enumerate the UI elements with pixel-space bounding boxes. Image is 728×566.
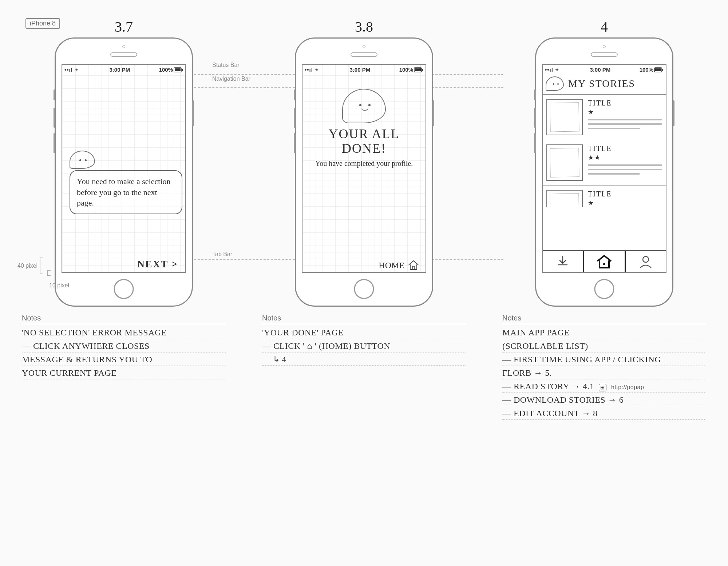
page-header: MY STORIES — [543, 75, 666, 95]
florb-avatar-icon[interactable] — [546, 76, 564, 91]
story-thumbnail — [546, 99, 583, 135]
guide-status-bar: Status Bar — [212, 62, 240, 68]
phone-frame: ••ıl ᯤ 3:00 PM 100% MY STORIES — [535, 37, 673, 307]
home-button-hardware[interactable] — [114, 279, 134, 299]
status-battery: 100% — [399, 67, 413, 73]
story-list-item[interactable]: TITLE ★★ — [543, 140, 666, 186]
guide-40px: 40 pixel — [17, 263, 37, 269]
status-carrier: ••ıl ᯤ — [305, 67, 321, 73]
home-nav-button[interactable]: HOME — [379, 260, 420, 271]
note-line: — CLICK ' ⌂ ' (HOME) BUTTON — [262, 339, 466, 352]
notes-heading: Notes — [262, 314, 466, 324]
story-thumbnail — [546, 144, 583, 181]
page-title: MY STORIES — [568, 78, 635, 89]
phone-frame: Status Bar Navigation Bar Tab Bar 40 pix… — [55, 37, 193, 307]
done-headline: YOUR ALL DONE! — [305, 127, 423, 156]
note-line: ↳ 4 — [262, 352, 466, 366]
screen-37[interactable]: ••ıl ᯤ 3:00 PM 100% You need to make a s… — [62, 64, 186, 273]
tab-download[interactable] — [543, 251, 583, 272]
note-line: — READ STORY → 4.1 ⊞ http://popap — [502, 379, 706, 393]
profile-icon — [638, 255, 653, 268]
story-title: TITLE — [588, 99, 662, 107]
note-line: — CLICK ANYWHERE CLOSES — [22, 339, 226, 352]
battery-icon — [174, 67, 183, 72]
status-carrier: ••ıl ᯤ — [64, 67, 80, 73]
download-icon — [556, 255, 569, 268]
svg-point-11 — [643, 256, 649, 262]
status-time: 3:00 PM — [561, 67, 640, 73]
florb-character-icon — [70, 151, 95, 169]
guide-tab-bar: Tab Bar — [212, 251, 232, 258]
status-carrier: ••ıl ᯤ — [545, 67, 561, 73]
status-bar: ••ıl ᯤ 3:00 PM 100% — [543, 65, 666, 75]
note-line: — FIRST TIME USING APP / CLICKING — [502, 352, 706, 366]
note-line: — DOWNLOAD STORIES → 6 — [502, 393, 706, 406]
home-icon — [407, 260, 420, 271]
notes-heading: Notes — [502, 314, 706, 324]
done-subtext: You have completed your profile. — [305, 159, 423, 168]
story-title: TITLE — [588, 190, 662, 198]
story-rating: ★★ — [588, 154, 662, 162]
svg-rect-8 — [655, 68, 661, 71]
svg-rect-1 — [175, 68, 181, 71]
home-bold-icon — [595, 254, 613, 269]
phone-frame: ••ıl ᯤ 3:00 PM 100% YOUR ALL DONE! You h… — [295, 37, 433, 307]
status-battery: 100% — [159, 67, 173, 73]
status-bar: ••ıl ᯤ 3:00 PM 100% — [62, 65, 185, 75]
tab-bar — [543, 250, 666, 272]
error-message-bubble[interactable]: You need to make a selection before you … — [70, 170, 182, 214]
notes-heading: Notes — [22, 314, 226, 324]
home-button-hardware[interactable] — [594, 279, 614, 299]
screen-38: ••ıl ᯤ 3:00 PM 100% YOUR ALL DONE! You h… — [302, 64, 426, 273]
battery-icon — [414, 67, 423, 72]
svg-rect-9 — [662, 69, 663, 71]
note-line: MAIN APP PAGE — [502, 326, 706, 339]
story-thumbnail — [546, 190, 583, 207]
note-line: — EDIT ACCOUNT → 8 — [502, 406, 706, 420]
note-url: http://popap — [611, 384, 644, 390]
tab-profile[interactable] — [626, 251, 666, 272]
note-line: FLORB → 5. — [502, 366, 706, 379]
home-button-hardware[interactable] — [354, 279, 374, 299]
svg-rect-2 — [182, 69, 183, 71]
svg-point-10 — [603, 263, 605, 265]
attachment-icon: ⊞ — [599, 384, 606, 391]
svg-rect-4 — [415, 68, 421, 71]
screen-number: 3.8 — [355, 18, 373, 35]
battery-icon — [654, 67, 664, 72]
tab-home[interactable] — [583, 251, 625, 272]
florb-character-icon — [342, 89, 386, 123]
screen-number: 4 — [601, 18, 608, 35]
status-bar: ••ıl ᯤ 3:00 PM 100% — [302, 65, 426, 75]
status-battery: 100% — [640, 67, 653, 73]
note-line: YOUR CURRENT PAGE — [22, 366, 226, 379]
note-line: (SCROLLABLE LIST) — [502, 339, 706, 352]
story-preview-lines — [588, 119, 662, 129]
status-time: 3:00 PM — [321, 67, 399, 73]
story-list-item[interactable]: TITLE ★ — [543, 95, 666, 140]
story-title: TITLE — [588, 144, 662, 153]
screen-4: ••ıl ᯤ 3:00 PM 100% MY STORIES — [542, 64, 666, 273]
status-time: 3:00 PM — [80, 67, 159, 73]
note-line: 'YOUR DONE' PAGE — [262, 326, 466, 339]
story-list-item[interactable]: TITLE ★ — [543, 186, 666, 207]
story-preview-lines — [588, 164, 662, 175]
note-line: 'NO SELECTION' ERROR MESSAGE — [22, 326, 226, 339]
guide-nav-bar: Navigation Bar — [212, 76, 250, 82]
screen-number: 3.7 — [115, 18, 133, 35]
svg-rect-5 — [422, 69, 423, 71]
guide-10px: 10 pixel — [49, 282, 69, 289]
story-rating: ★ — [588, 108, 662, 116]
story-list[interactable]: TITLE ★ TITLE ★★ — [543, 95, 666, 250]
next-button[interactable]: NEXT > — [137, 258, 178, 270]
story-rating: ★ — [588, 199, 662, 207]
svg-rect-6 — [412, 266, 415, 270]
note-line: MESSAGE & RETURNS YOU TO — [22, 352, 226, 366]
